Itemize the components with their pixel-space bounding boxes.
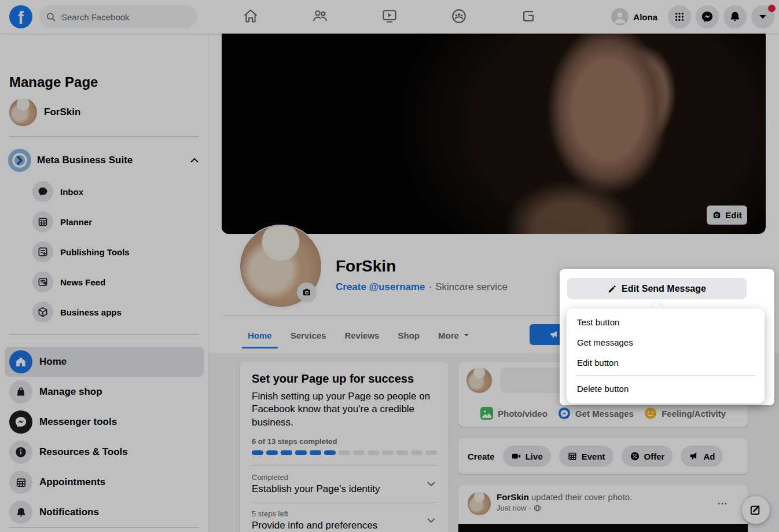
menu-item-edit-button[interactable]: Edit button (567, 353, 765, 373)
divider (576, 375, 755, 376)
dim-overlay[interactable] (0, 0, 779, 532)
menu-item-label: Delete button (577, 384, 629, 394)
pencil-icon (608, 284, 617, 293)
menu-item-delete-button[interactable]: Delete button (567, 379, 765, 399)
menu-item-test-button[interactable]: Test button (567, 312, 765, 332)
menu-item-label: Test button (577, 317, 619, 327)
button-options-menu: Test button Get messages Edit button Del… (567, 309, 765, 403)
menu-item-get-messages[interactable]: Get messages (567, 332, 765, 353)
send-message-settings-popup: Edit Send Message Test button Get messag… (560, 269, 774, 405)
edit-send-message-button[interactable]: Edit Send Message (567, 278, 747, 299)
facebook-manage-page-screen: f (0, 0, 779, 532)
menu-item-label: Edit button (577, 358, 619, 368)
menu-item-label: Get messages (577, 337, 633, 347)
edit-send-message-label: Edit Send Message (622, 284, 706, 294)
